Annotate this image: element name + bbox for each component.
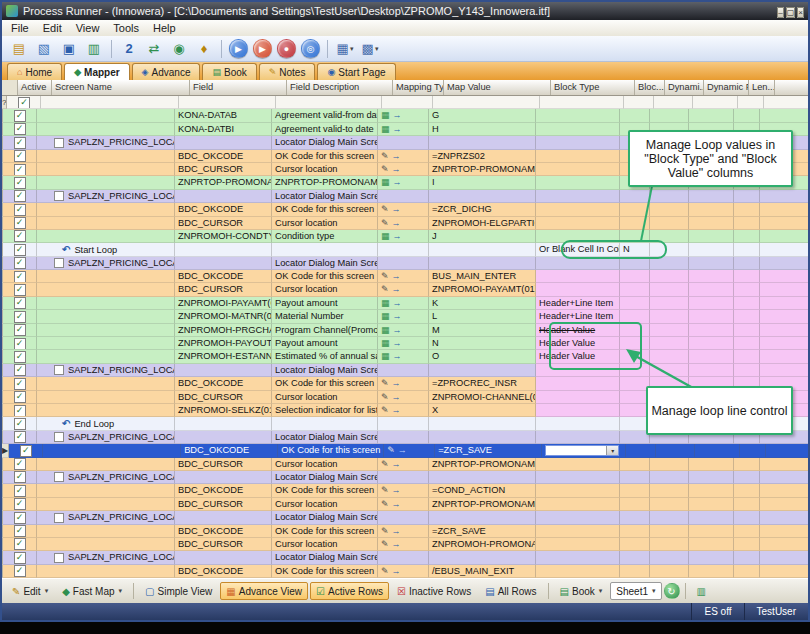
block-type-cell[interactable] bbox=[536, 377, 620, 390]
maximize-button[interactable]: ▢ bbox=[786, 7, 796, 18]
block-type-cell[interactable] bbox=[536, 230, 620, 243]
table-row[interactable]: ✓SAPLZN_PRICING_LOCATOR - 3000Locator Di… bbox=[2, 551, 808, 564]
block-type-cell[interactable]: Or Blank Cell In Column bbox=[536, 243, 620, 256]
inactive-rows-button[interactable]: ☒Inactive Rows bbox=[391, 582, 477, 600]
menu-tools[interactable]: Tools bbox=[106, 20, 146, 36]
block-type-cell[interactable] bbox=[536, 498, 620, 511]
tab-home[interactable]: ⌂Home bbox=[7, 63, 62, 80]
active-checkbox[interactable]: ✓ bbox=[14, 110, 26, 122]
table-row[interactable]: ✓BDC_CURSORCursor location✎→ZNPROMOI-PAY… bbox=[2, 283, 808, 296]
expand-box-icon[interactable] bbox=[54, 472, 64, 482]
block-type-cell[interactable] bbox=[536, 163, 620, 176]
block-type-cell[interactable] bbox=[536, 525, 620, 538]
expand-box-icon[interactable] bbox=[54, 365, 64, 375]
table-row[interactable]: ✓ZNPROMOH-CONDTYPECondition type▦→J bbox=[2, 230, 808, 243]
table-row[interactable]: ✓SAPLZN_PRICING_LOCATOR - 3000Locator Di… bbox=[2, 511, 808, 524]
active-checkbox[interactable]: ✓ bbox=[14, 552, 26, 564]
connection-button[interactable]: ◉ bbox=[167, 37, 191, 61]
block-type-cell[interactable]: Header Value bbox=[536, 350, 620, 363]
record-button[interactable]: ● bbox=[277, 39, 296, 58]
expand-box-icon[interactable] bbox=[54, 553, 64, 563]
run-button[interactable]: ▶ bbox=[229, 39, 248, 58]
table-row[interactable]: ✓ZNPROMOH-ESTANNUALEstimated % of annual… bbox=[2, 350, 808, 363]
block-type-cell[interactable]: ▾ bbox=[542, 444, 626, 457]
column-header-map-value[interactable]: Map Value bbox=[444, 80, 551, 95]
table-row[interactable]: ✓ZNPROMOI-MATNR(01)Material Number▦→LHea… bbox=[2, 310, 808, 323]
column-header-screen-name[interactable]: Screen Name bbox=[52, 80, 190, 95]
table-row[interactable]: ?✓ bbox=[2, 96, 808, 109]
menu-view[interactable]: View bbox=[69, 20, 107, 36]
block-type-dropdown[interactable]: ▾ bbox=[545, 445, 619, 456]
table-row[interactable]: ✓↶Start LoopOr Blank Cell In ColumnN bbox=[2, 243, 808, 256]
table-row[interactable]: ✓KONA-DATABAgreement valid-from date▦→G bbox=[2, 109, 808, 122]
menu-help[interactable]: Help bbox=[146, 20, 183, 36]
transfer-button[interactable]: ⇄ bbox=[142, 37, 166, 61]
active-checkbox[interactable]: ✓ bbox=[14, 177, 26, 189]
active-checkbox[interactable]: ✓ bbox=[14, 164, 26, 176]
active-checkbox[interactable]: ✓ bbox=[14, 485, 26, 497]
table-row[interactable]: ✓BDC_CURSORCursor location✎→ZNPRTOP-PROM… bbox=[2, 498, 808, 511]
tab-notes[interactable]: ✎Notes bbox=[259, 63, 316, 80]
active-checkbox[interactable]: ✓ bbox=[14, 351, 26, 363]
block-type-cell[interactable] bbox=[536, 257, 620, 270]
menu-edit[interactable]: Edit bbox=[36, 20, 69, 36]
menu-file[interactable]: File bbox=[4, 20, 36, 36]
tab-book[interactable]: ▤Book bbox=[202, 63, 256, 80]
active-checkbox[interactable]: ✓ bbox=[14, 431, 26, 443]
table-row[interactable]: ✓ZNPROMOH-PRGCHANNELProgram Channel(Prom… bbox=[2, 324, 808, 337]
layout-button[interactable]: ▩▾ bbox=[358, 37, 382, 61]
simple-view-button[interactable]: ▢Simple View bbox=[139, 582, 218, 600]
sheet-select[interactable]: Sheet1▾ bbox=[610, 582, 661, 600]
column-header-active[interactable]: Active bbox=[18, 80, 52, 95]
close-button[interactable]: × bbox=[797, 7, 804, 18]
table-row[interactable]: ✓BDC_OKCODEOK Code for this screen✎→BUS_… bbox=[2, 270, 808, 283]
active-checkbox[interactable]: ✓ bbox=[14, 297, 26, 309]
table-row[interactable]: ✓BDC_CURSORCursor location✎→ZNPROMOH-ELG… bbox=[2, 217, 808, 230]
block-type-cell[interactable] bbox=[536, 136, 620, 149]
block-type-cell[interactable] bbox=[536, 511, 620, 524]
run-production-button[interactable]: ▶ bbox=[253, 39, 272, 58]
edit-menu-button[interactable]: ✎Edit▾ bbox=[6, 582, 54, 600]
active-checkbox[interactable]: ✓ bbox=[14, 405, 26, 417]
active-checkbox[interactable]: ✓ bbox=[14, 418, 26, 430]
send-to-sap-button[interactable]: 2 bbox=[117, 37, 141, 61]
block-type-cell[interactable] bbox=[536, 538, 620, 551]
table-row[interactable]: ✓BDC_OKCODEOK Code for this screen✎→=CON… bbox=[2, 484, 808, 497]
active-rows-button[interactable]: ☑Active Rows bbox=[310, 582, 389, 600]
active-checkbox[interactable]: ✓ bbox=[14, 271, 26, 283]
block-type-cell[interactable]: Header+Line Item bbox=[536, 310, 620, 323]
active-checkbox[interactable]: ✓ bbox=[14, 565, 26, 577]
active-checkbox[interactable]: ✓ bbox=[18, 97, 30, 109]
active-checkbox[interactable]: ✓ bbox=[14, 123, 26, 135]
block-type-cell[interactable] bbox=[536, 404, 620, 417]
active-checkbox[interactable]: ✓ bbox=[14, 498, 26, 510]
table-row[interactable]: ✓SAPLZN_PRICING_LOCATOR - 3000Locator Di… bbox=[2, 190, 808, 203]
active-checkbox[interactable]: ✓ bbox=[14, 364, 26, 376]
view-grid-button[interactable]: ▦▾ bbox=[333, 37, 357, 61]
block-type-cell[interactable]: Header Value bbox=[536, 337, 620, 350]
active-checkbox[interactable]: ✓ bbox=[14, 284, 26, 296]
active-checkbox[interactable]: ✓ bbox=[14, 137, 26, 149]
active-checkbox[interactable]: ✓ bbox=[14, 324, 26, 336]
active-checkbox[interactable]: ✓ bbox=[14, 217, 26, 229]
active-checkbox[interactable]: ✓ bbox=[14, 391, 26, 403]
table-row[interactable]: ✓BDC_CURSORCursor location✎→ZNPRTOP-PROM… bbox=[2, 458, 808, 471]
table-row[interactable]: ✓BDC_OKCODEOK Code for this screen✎→/EBU… bbox=[2, 565, 808, 578]
table-row[interactable]: ✓ZNPROMOH-PAYOUTPayout amount▦→NHeader V… bbox=[2, 337, 808, 350]
active-checkbox[interactable]: ✓ bbox=[14, 471, 26, 483]
block-type-cell[interactable] bbox=[536, 150, 620, 163]
column-header-field[interactable]: Field bbox=[190, 80, 287, 95]
expand-box-icon[interactable] bbox=[54, 432, 64, 442]
active-checkbox[interactable]: ✓ bbox=[20, 445, 32, 457]
expand-box-icon[interactable] bbox=[54, 138, 64, 148]
block-type-cell[interactable] bbox=[536, 217, 620, 230]
block-type-cell[interactable] bbox=[536, 190, 620, 203]
tab-mapper[interactable]: ◆Mapper bbox=[64, 63, 129, 80]
table-row[interactable]: ✓BDC_OKCODEOK Code for this screen✎→=ZCR… bbox=[2, 203, 808, 216]
block-type-cell[interactable]: Header Value bbox=[536, 324, 620, 337]
table-row[interactable]: ✓SAPLZN_PRICING_LOCATOR - 3000Locator Di… bbox=[2, 257, 808, 270]
block-type-cell[interactable] bbox=[536, 458, 620, 471]
tab-advance[interactable]: ◈Advance bbox=[132, 63, 201, 80]
column-header-len[interactable]: Len... bbox=[749, 80, 775, 95]
table-row[interactable]: ✓SAPLZN_PRICING_LOCATOR - 3000Locator Di… bbox=[2, 364, 808, 377]
